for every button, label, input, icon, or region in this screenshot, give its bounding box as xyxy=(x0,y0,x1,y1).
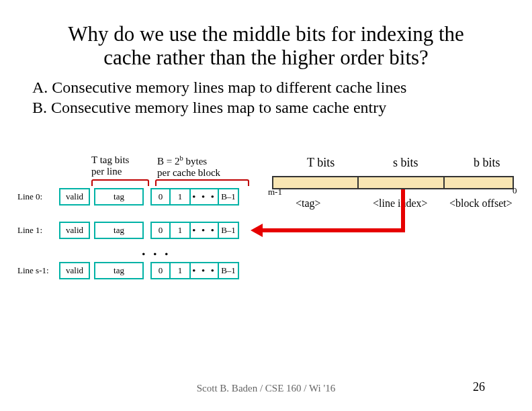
block-byte-1: 1 xyxy=(171,262,191,279)
offset-segment xyxy=(445,177,513,188)
block-byte-last: B–1 xyxy=(219,188,239,205)
tag-segment xyxy=(273,177,359,188)
block-offset-label: <block offset> xyxy=(449,197,513,210)
block-byte-0: 0 xyxy=(150,222,171,239)
brace-block xyxy=(155,179,249,186)
cache-line-0: Line 0: valid tag 0 1 • • • B–1 xyxy=(17,188,239,205)
b-bits-caption: b bits xyxy=(474,156,500,170)
s-bits-caption: s bits xyxy=(393,156,418,170)
option-a-letter: A. xyxy=(32,79,48,96)
line0-label: Line 0: xyxy=(17,191,59,202)
tag-cell: tag xyxy=(94,262,144,279)
title-line-1: Why do we use the middle bits for indexi… xyxy=(68,22,464,46)
index-segment xyxy=(359,177,445,188)
valid-cell: valid xyxy=(59,262,90,279)
title-line-2: cache rather than the higher order bits? xyxy=(103,46,429,69)
block-byte-0: 0 xyxy=(150,262,171,279)
lines-1-label: Line s-1: xyxy=(17,265,59,276)
arrow-head-icon xyxy=(251,224,263,237)
t-bits-caption: T bits xyxy=(307,156,335,170)
block-ellipsis: • • • xyxy=(191,222,219,239)
arrow-horizontal xyxy=(262,228,405,232)
vertical-ellipsis: . . . xyxy=(142,242,171,259)
block-byte-last: B–1 xyxy=(219,262,239,279)
valid-cell: valid xyxy=(59,188,90,205)
option-b-letter: B. xyxy=(32,99,47,116)
footer-text: Scott B. Baden / CSE 160 / Wi '16 xyxy=(0,383,532,394)
slide-title: Why do we use the middle bits for indexi… xyxy=(0,23,532,69)
tag-cell: tag xyxy=(94,188,144,205)
line-index-label: <line index> xyxy=(373,197,428,210)
page-number: 26 xyxy=(473,380,485,394)
block-byte-0: 0 xyxy=(150,188,171,205)
answers-block: A. Consecutive memory lines map to diffe… xyxy=(32,77,532,118)
address-bar xyxy=(272,176,514,189)
brace-tag xyxy=(91,179,149,186)
bit-m-1-label: m-1 xyxy=(268,187,282,197)
block-ellipsis: • • • xyxy=(191,188,219,205)
option-b-text: Consecutive memory lines map to same cac… xyxy=(51,99,386,116)
tag-label: <tag> xyxy=(296,197,321,210)
block-byte-1: 1 xyxy=(171,222,191,239)
arrow-vertical xyxy=(401,189,405,230)
cache-line-s-1: Line s-1: valid tag 0 1 • • • B–1 xyxy=(17,262,239,279)
bit-0-label: 0 xyxy=(513,185,517,196)
valid-cell: valid xyxy=(59,222,90,239)
tag-cell: tag xyxy=(94,222,144,239)
cache-line-1: Line 1: valid tag 0 1 • • • B–1 xyxy=(17,222,239,239)
line1-label: Line 1: xyxy=(17,225,59,236)
block-ellipsis: • • • xyxy=(191,262,219,279)
block-byte-1: 1 xyxy=(171,188,191,205)
block-byte-last: B–1 xyxy=(219,222,239,239)
block-bytes-caption: B = 2b bytes per cache block xyxy=(157,154,220,178)
option-a-text: Consecutive memory lines map to differen… xyxy=(52,79,406,96)
tag-bits-caption: T tag bits per line xyxy=(91,154,129,177)
